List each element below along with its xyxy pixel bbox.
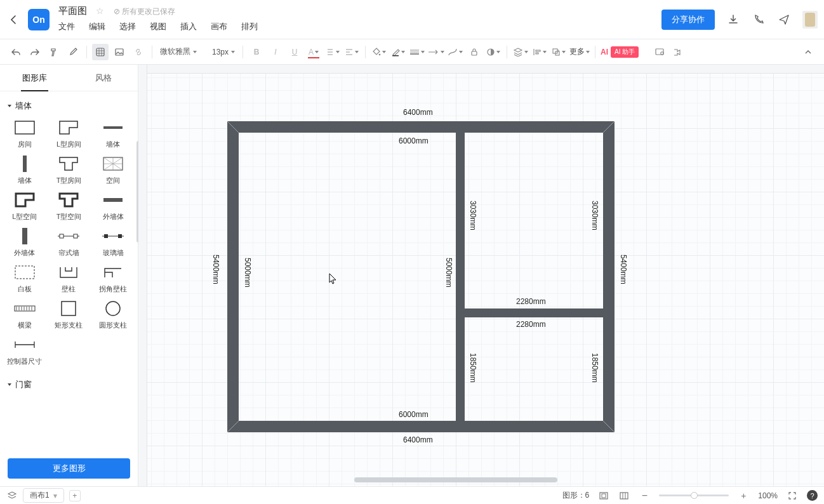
shape-whiteboard[interactable]: 白板 (4, 263, 46, 294)
svg-rect-17 (74, 234, 77, 238)
dim-br-right: 1850mm (590, 353, 599, 383)
zoom-slider-thumb[interactable] (691, 492, 698, 499)
image-icon[interactable] (111, 44, 128, 60)
layers-icon[interactable] (6, 490, 18, 501)
lock-icon[interactable] (466, 44, 482, 60)
tab-shape-library[interactable]: 图形库 (0, 65, 69, 91)
text-color-icon[interactable]: A (305, 44, 322, 60)
menu-file[interactable]: 文件 (58, 21, 75, 32)
svg-rect-3 (392, 55, 399, 56)
tab-style[interactable]: 风格 (69, 65, 138, 91)
add-sheet-button[interactable]: + (69, 490, 81, 501)
shape-outer-wall-v[interactable]: 外墙体 (4, 227, 46, 258)
stroke-color-icon[interactable] (390, 44, 406, 60)
shape-beam[interactable]: 横梁 (4, 299, 46, 330)
presentation-icon[interactable] (651, 44, 668, 60)
shape-l-space[interactable]: L型空间 (4, 190, 46, 222)
flow-icon[interactable] (670, 44, 687, 60)
zoom-slider[interactable] (659, 494, 729, 496)
font-family-select[interactable]: 微软雅黑 (157, 46, 199, 57)
sheet-tab[interactable]: 画布1▾ (23, 488, 64, 503)
menu-select[interactable]: 选择 (119, 21, 136, 32)
fit-width-icon[interactable] (618, 490, 630, 501)
shape-space[interactable]: 空间 (92, 154, 134, 185)
undo-icon[interactable] (8, 44, 24, 60)
ai-assistant-button[interactable]: AI AI 助手 (601, 46, 639, 58)
connector-icon[interactable] (447, 44, 463, 60)
shape-l-room[interactable]: L型房间 (48, 118, 90, 149)
layer-icon[interactable] (512, 44, 529, 60)
eyedropper-icon[interactable] (65, 44, 81, 60)
phone-icon[interactable] (752, 13, 766, 27)
shape-round-column[interactable]: 圆形支柱 (92, 299, 134, 330)
menu-edit[interactable]: 编辑 (89, 21, 105, 32)
help-icon[interactable]: ? (807, 490, 818, 501)
font-size-select[interactable]: 13px (209, 48, 237, 56)
shape-pilaster[interactable]: 壁柱 (48, 263, 90, 294)
status-bar: 画布1▾ + 图形：6 − + 100% ? (0, 486, 824, 504)
section-doors-header[interactable]: 门窗 (3, 375, 135, 394)
group-icon[interactable] (550, 44, 567, 60)
shape-rect-column[interactable]: 矩形支柱 (48, 299, 90, 330)
collapse-toolbar-icon[interactable] (800, 44, 816, 60)
fullscreen-icon[interactable] (787, 490, 798, 501)
wall-outer-top[interactable] (227, 121, 615, 133)
shape-corner-pilaster[interactable]: 拐角壁柱 (92, 263, 134, 294)
shape-glass-wall[interactable]: 玻璃墙 (92, 227, 134, 258)
document-title[interactable]: 平面图 (58, 5, 87, 17)
zoom-level[interactable]: 100% (758, 491, 778, 500)
svg-rect-19 (118, 234, 122, 238)
line-style-icon[interactable] (409, 44, 425, 60)
fill-color-icon[interactable] (371, 44, 387, 60)
zoom-in-icon[interactable]: + (738, 490, 749, 501)
wall-outer-right[interactable] (603, 121, 615, 432)
align-icon[interactable] (343, 44, 360, 60)
separator (86, 46, 87, 58)
floor-plan[interactable]: 6400mm 6400mm 5400mm 5400mm 6000mm 6000m… (227, 105, 615, 429)
menu-canvas[interactable]: 画布 (211, 21, 227, 32)
zoom-out-icon[interactable]: − (639, 490, 650, 501)
wall-interior-horizontal[interactable] (465, 308, 603, 317)
format-painter-icon[interactable] (46, 44, 62, 60)
fill-pattern-icon[interactable] (92, 44, 109, 60)
menu-view[interactable]: 视图 (150, 21, 166, 32)
favorite-star-icon[interactable]: ☆ (96, 6, 104, 16)
shape-curtain-wall[interactable]: 帘式墙 (48, 227, 90, 258)
back-button[interactable] (0, 0, 28, 39)
menu-insert[interactable]: 插入 (180, 21, 197, 32)
section-walls-header[interactable]: 墙体 (3, 96, 135, 116)
dim-outer-right: 5400mm (619, 255, 628, 284)
canvas-area[interactable]: 6400mm 6400mm 5400mm 5400mm 6000mm 6000m… (138, 65, 824, 486)
line-spacing-icon[interactable] (324, 44, 341, 60)
shape-t-space[interactable]: T型空间 (48, 190, 90, 222)
link-icon[interactable] (130, 44, 147, 60)
dim-tr-left: 3030mm (468, 201, 477, 230)
shape-wall-thick[interactable]: 墙体 (4, 154, 46, 185)
send-icon[interactable] (777, 13, 791, 27)
italic-icon[interactable]: I (267, 44, 284, 60)
wall-interior-vertical[interactable] (456, 133, 465, 421)
more-shapes-button[interactable]: 更多图形 (8, 458, 130, 479)
shape-controller-size[interactable]: 控制器尺寸 (4, 335, 46, 366)
underline-icon[interactable]: U (286, 44, 303, 60)
menu-arrange[interactable]: 排列 (241, 21, 258, 32)
shape-library-body[interactable]: 墙体 房间 L型房间 墙体 墙体 T型房间 空间 L型空间 T型空间 外墙体 外… (0, 91, 138, 453)
toolbar-more[interactable]: 更多 (569, 46, 590, 57)
fit-page-icon[interactable] (598, 490, 609, 501)
user-avatar[interactable] (802, 11, 818, 29)
shape-wall-thin[interactable]: 墙体 (92, 118, 134, 149)
shape-t-room[interactable]: T型房间 (48, 154, 90, 185)
wall-outer-left[interactable] (227, 121, 239, 432)
shape-outer-wall-h[interactable]: 外墙体 (92, 190, 134, 222)
arrow-style-icon[interactable] (428, 44, 444, 60)
canvas-h-scrollbar[interactable] (354, 477, 811, 482)
wall-outer-bottom[interactable] (227, 421, 615, 432)
align-objects-icon[interactable] (531, 44, 548, 60)
redo-icon[interactable] (27, 44, 43, 60)
download-icon[interactable] (726, 13, 740, 27)
shape-room[interactable]: 房间 (4, 118, 46, 149)
share-button[interactable]: 分享协作 (661, 10, 715, 30)
bold-icon[interactable]: B (248, 44, 265, 60)
scroll-thumb[interactable] (354, 477, 557, 482)
opacity-icon[interactable] (485, 44, 502, 60)
